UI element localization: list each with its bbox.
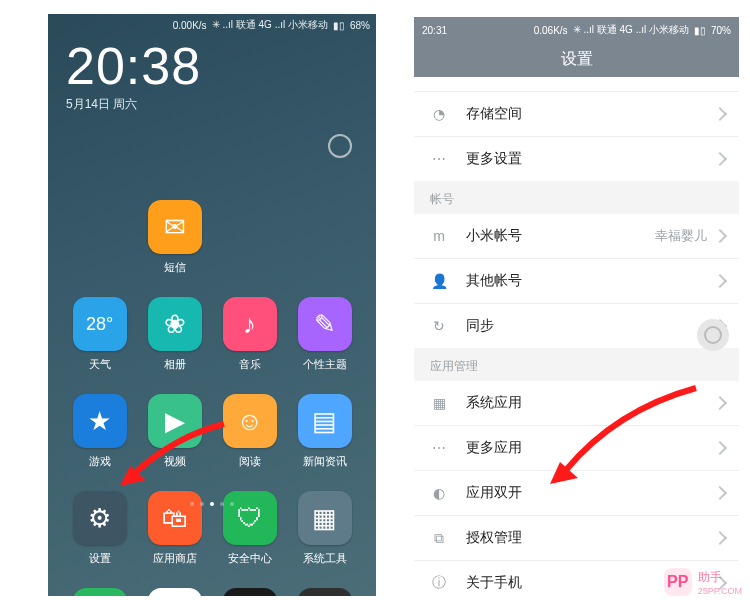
app-label: 新闻资讯 — [303, 454, 347, 469]
settings-row-dual-apps[interactable]: ◐应用双开 — [414, 471, 739, 516]
chevron-right-icon — [713, 486, 727, 500]
app-browser[interactable]: ◎浏览器 — [141, 588, 209, 596]
phone-icon: ✆ — [73, 588, 127, 596]
app-label: 阅读 — [239, 454, 261, 469]
source-watermark: PP 助手 25PP.COM — [664, 568, 742, 596]
app-label: 天气 — [89, 357, 111, 372]
row-label: 小米帐号 — [466, 227, 655, 245]
sms-icon: ✉ — [148, 200, 202, 254]
row-label: 应用双开 — [466, 484, 715, 502]
floating-ball-icon[interactable] — [697, 319, 729, 351]
chevron-right-icon — [713, 396, 727, 410]
battery-pct: 70% — [711, 25, 731, 36]
settings-row-sys-apps[interactable]: ▦系统应用 — [414, 381, 739, 426]
lockscreen-clock: 20:38 5月14日 周六 — [48, 34, 376, 113]
partial-row-cutoff — [414, 77, 739, 92]
appstore-icon: 🛍 — [148, 491, 202, 545]
app-sms[interactable]: ✉短信 — [141, 200, 209, 275]
app-news[interactable]: ▤新闻资讯 — [291, 394, 359, 469]
app-label: 相册 — [164, 357, 186, 372]
app-label: 音乐 — [239, 357, 261, 372]
dual-apps-icon: ◐ — [428, 485, 450, 501]
row-label: 其他帐号 — [466, 272, 715, 290]
settings-row-more-apps[interactable]: ⋯更多应用 — [414, 426, 739, 471]
permissions-icon: ⧉ — [428, 530, 450, 547]
read-icon: ☺ — [223, 394, 277, 448]
app-label: 安全中心 — [228, 551, 272, 566]
row-label: 更多设置 — [466, 150, 715, 168]
clock-date: 5月14日 周六 — [66, 96, 358, 113]
app-read[interactable]: ☺阅读 — [216, 394, 284, 469]
net-speed: 0.00K/s — [173, 20, 207, 31]
sim-status: ✳ ..ıl 联通 4G ..ıl 小米移动 — [573, 23, 689, 37]
browser-icon: ◎ — [148, 588, 202, 596]
row-label: 授权管理 — [466, 529, 715, 547]
app-lock[interactable]: 🔒锁屏 — [291, 588, 359, 596]
sync-icon: ↻ — [428, 318, 450, 334]
more-settings-icon: ⋯ — [428, 151, 450, 167]
row-label: 同步 — [466, 317, 715, 335]
systools-icon: ▦ — [298, 491, 352, 545]
settings-row-more-settings[interactable]: ⋯更多设置 — [414, 137, 739, 181]
storage-icon: ◔ — [428, 106, 450, 122]
chevron-right-icon — [713, 229, 727, 243]
settings-row-other-account[interactable]: 👤其他帐号 — [414, 259, 739, 304]
app-weather[interactable]: 28°天气 — [66, 297, 134, 372]
gallery-icon: ❀ — [148, 297, 202, 351]
app-camera[interactable]: ◉相机 — [216, 588, 284, 596]
weather-icon: 28° — [73, 297, 127, 351]
row-label: 存储空间 — [466, 105, 715, 123]
page-indicator — [48, 502, 376, 506]
about-icon: ⓘ — [428, 574, 450, 592]
pp-logo-icon: PP — [664, 568, 692, 596]
section-header: 应用管理 — [414, 348, 739, 381]
settings-list: ◔存储空间⋯更多设置帐号m小米帐号幸福婴儿👤其他帐号↻同步应用管理▦系统应用⋯更… — [414, 92, 739, 597]
app-themes[interactable]: ✎个性主题 — [291, 297, 359, 372]
settings-row-mi-account[interactable]: m小米帐号幸福婴儿 — [414, 214, 739, 259]
homescreen-phone: 0.00K/s ✳ ..ıl 联通 4G ..ıl 小米移动 ▮▯ 68% 20… — [48, 14, 376, 596]
battery-pct: 68% — [350, 20, 370, 31]
other-account-icon: 👤 — [428, 273, 450, 289]
status-bar: 0.00K/s ✳ ..ıl 联通 4G ..ıl 小米移动 ▮▯ 68% — [48, 14, 376, 34]
music-icon: ♪ — [223, 297, 277, 351]
news-icon: ▤ — [298, 394, 352, 448]
settings-icon: ⚙ — [73, 491, 127, 545]
chevron-right-icon — [713, 441, 727, 455]
sys-apps-icon: ▦ — [428, 395, 450, 411]
app-label: 短信 — [164, 260, 186, 275]
chevron-right-icon — [713, 107, 727, 121]
net-speed: 0.06K/s — [534, 25, 568, 36]
lock-icon: 🔒 — [298, 588, 352, 596]
clock-time: 20:38 — [66, 40, 358, 92]
chevron-right-icon — [713, 152, 727, 166]
app-video[interactable]: ▶视频 — [141, 394, 209, 469]
games-icon: ★ — [73, 394, 127, 448]
more-apps-icon: ⋯ — [428, 440, 450, 456]
security-icon: 🛡 — [223, 491, 277, 545]
settings-row-permissions[interactable]: ⧉授权管理 — [414, 516, 739, 561]
app-music[interactable]: ♪音乐 — [216, 297, 284, 372]
chevron-right-icon — [713, 274, 727, 288]
status-time: 20:31 — [422, 25, 447, 36]
app-games[interactable]: ★游戏 — [66, 394, 134, 469]
sim-status: ✳ ..ıl 联通 4G ..ıl 小米移动 — [212, 18, 328, 32]
settings-phone: 20:31 0.06K/s ✳ ..ıl 联通 4G ..ıl 小米移动 ▮▯ … — [414, 17, 739, 597]
app-phone[interactable]: ✆电话 — [66, 588, 134, 596]
status-bar: 20:31 0.06K/s ✳ ..ıl 联通 4G ..ıl 小米移动 ▮▯ … — [414, 17, 739, 41]
row-label: 系统应用 — [466, 394, 715, 412]
app-label: 游戏 — [89, 454, 111, 469]
mi-account-icon: m — [428, 228, 450, 244]
row-label: 更多应用 — [466, 439, 715, 457]
assistant-bubble-icon[interactable] — [328, 134, 352, 158]
app-label: 系统工具 — [303, 551, 347, 566]
settings-row-storage[interactable]: ◔存储空间 — [414, 92, 739, 137]
chevron-right-icon — [713, 531, 727, 545]
row-value: 幸福婴儿 — [655, 227, 707, 245]
battery-icon: ▮▯ — [333, 20, 345, 31]
app-gallery[interactable]: ❀相册 — [141, 297, 209, 372]
app-label: 应用商店 — [153, 551, 197, 566]
settings-row-sync[interactable]: ↻同步 — [414, 304, 739, 348]
themes-icon: ✎ — [298, 297, 352, 351]
camera-icon: ◉ — [223, 588, 277, 596]
app-label: 个性主题 — [303, 357, 347, 372]
